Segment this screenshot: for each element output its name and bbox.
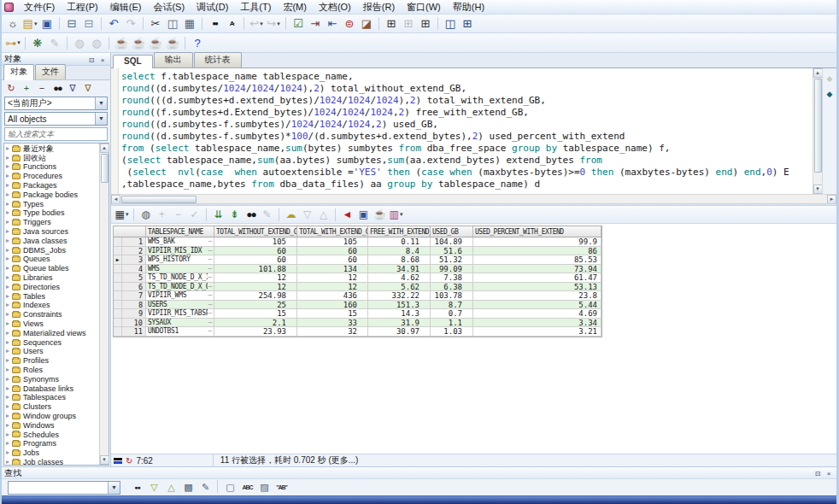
describe-icon[interactable]: ☑	[290, 16, 307, 32]
table-row[interactable]: 11UNDOTBS1–23.933230.971.033.21	[114, 327, 601, 337]
row-number[interactable]: 5	[122, 273, 146, 283]
report-window-session-icon[interactable]: ☕	[164, 35, 181, 50]
tree-item[interactable]: ▸Clusters	[4, 402, 99, 412]
value-cell[interactable]: 12	[214, 273, 297, 283]
chevron-right-icon[interactable]: ▸	[6, 347, 12, 356]
replace-icon[interactable]: A·	[223, 16, 240, 32]
row-gutter[interactable]	[114, 309, 122, 319]
menu-item[interactable]: 工程(P)	[61, 0, 104, 15]
logon-icon[interactable]: ⊶▾	[4, 35, 21, 50]
value-cell[interactable]: 254.98	[214, 291, 297, 301]
new-window-icon[interactable]: ☼	[4, 16, 21, 32]
value-cell[interactable]: 23.93	[214, 327, 297, 337]
value-cell[interactable]: 101.88	[214, 265, 297, 274]
column-header[interactable]: TOTAL_WITH_EXTEND_GB	[297, 226, 368, 237]
tree-item[interactable]: ▸Jobs	[4, 448, 99, 458]
chevron-right-icon[interactable]: ▸	[6, 319, 12, 329]
export-results-icon[interactable]: ☁	[283, 208, 299, 222]
scroll-up-icon[interactable]: ▲	[813, 68, 823, 78]
find-icon[interactable]: ●●	[206, 16, 223, 32]
auto-refresh-icon[interactable]: ↻	[126, 456, 132, 466]
object-search-input[interactable]	[4, 127, 108, 141]
row-gutter[interactable]	[114, 327, 122, 337]
value-cell[interactable]: 0.11	[368, 237, 431, 247]
clear-highlight-icon[interactable]: ✎	[197, 480, 214, 495]
value-cell[interactable]: 4.69	[473, 309, 601, 319]
column-header[interactable]: USED_PERCENT_WITH_EXTEND	[473, 226, 601, 237]
tablespace-name-cell[interactable]: USERS–	[146, 301, 214, 310]
tree-item[interactable]: ▸Procedures	[4, 172, 99, 181]
tree-item[interactable]: ▸Window groups	[4, 412, 99, 421]
row-gutter[interactable]	[114, 273, 122, 283]
tablespace-name-cell[interactable]: VIPIIR_WMS–	[146, 291, 214, 301]
value-cell[interactable]: 332.22	[368, 291, 431, 301]
tab-文件[interactable]: 文件	[35, 64, 66, 79]
value-cell[interactable]: 12	[297, 283, 368, 292]
chevron-right-icon[interactable]: ▸	[6, 448, 12, 458]
tree-item[interactable]: ▸Schedules	[4, 431, 99, 440]
row-number[interactable]: 6	[122, 283, 146, 292]
table-row[interactable]: 7VIPIIR_WMS–254.98436332.22103.7823.8	[114, 291, 601, 301]
tree-item[interactable]: ▸Types	[4, 200, 99, 209]
row-number[interactable]: 2	[122, 247, 146, 256]
collapse-all-icon[interactable]: −	[34, 81, 50, 95]
tablespace-name-cell[interactable]: SYSAUX–	[146, 319, 214, 328]
cut-icon[interactable]: ✂	[147, 16, 164, 32]
chevron-right-icon[interactable]: ▸	[6, 402, 12, 412]
chevron-down-icon[interactable]: ▾	[260, 21, 263, 27]
tree-item[interactable]: ▸Triggers	[4, 218, 99, 227]
command-window-session-icon[interactable]: ☕	[147, 35, 164, 50]
chevron-right-icon[interactable]: ▸	[6, 338, 12, 348]
value-cell[interactable]: 8.68	[368, 255, 431, 265]
preferences-icon[interactable]: ❋	[29, 35, 46, 50]
copy-html-icon[interactable]: ◪	[358, 16, 375, 32]
chevron-down-icon[interactable]: ▾	[17, 39, 21, 46]
chevron-right-icon[interactable]: ▸	[6, 329, 12, 338]
tree-item[interactable]: ▸Java classes	[4, 237, 99, 246]
value-cell[interactable]: 3.34	[473, 319, 601, 328]
menu-item[interactable]: 报告(R)	[357, 0, 401, 15]
value-cell[interactable]: 151.3	[368, 301, 431, 310]
browser-folders-icon[interactable]: ∇	[80, 81, 96, 95]
value-cell[interactable]: 5.44	[473, 301, 601, 310]
tree-item[interactable]: ▸Views	[4, 319, 99, 329]
tree-item[interactable]: ▸回收站	[4, 154, 99, 163]
tablespace-name-cell[interactable]: TS_TD_NODE_D_X_12–	[146, 273, 214, 283]
chevron-right-icon[interactable]: ▸	[6, 292, 12, 302]
value-cell[interactable]: 14.3	[368, 309, 431, 319]
row-number[interactable]: 4	[122, 265, 146, 274]
tree-item[interactable]: ▸Package bodies	[4, 190, 99, 200]
tree-item[interactable]: ▸Java sources	[4, 227, 99, 237]
value-cell[interactable]: 1.1	[431, 319, 473, 328]
tree-item[interactable]: ▸最近对象	[4, 144, 99, 154]
grid-options-icon[interactable]: ▦▾	[114, 208, 130, 222]
value-cell[interactable]: 33	[297, 319, 368, 328]
value-cell[interactable]: 60	[214, 247, 297, 256]
menu-item[interactable]: 窗口(W)	[401, 0, 447, 15]
find-icon[interactable]: ●●	[129, 480, 145, 495]
tree-item[interactable]: ▸Sequences	[4, 338, 99, 348]
next-statement-icon[interactable]: ◆	[824, 87, 836, 100]
editor-vertical-scrollbar[interactable]: ▲ ▼	[813, 68, 822, 194]
row-gutter[interactable]	[114, 237, 122, 247]
copy-to-session-icon[interactable]: ☕	[372, 208, 388, 222]
value-cell[interactable]: 104.89	[431, 237, 473, 247]
chevron-right-icon[interactable]: ▸	[6, 439, 12, 448]
value-cell[interactable]: 134	[297, 265, 368, 274]
refresh-icon[interactable]: ↻	[3, 81, 19, 95]
scroll-right-icon[interactable]: ►	[827, 195, 836, 204]
close-icon[interactable]: ×	[97, 55, 108, 64]
value-cell[interactable]: 5.62	[368, 283, 431, 292]
value-cell[interactable]: 34.91	[368, 265, 431, 274]
menu-item[interactable]: 文件(F)	[18, 0, 61, 15]
chevron-right-icon[interactable]: ▸	[6, 255, 12, 264]
chevron-right-icon[interactable]: ▸	[6, 162, 12, 172]
tree-item[interactable]: ▸Indexes	[4, 301, 99, 310]
chevron-right-icon[interactable]: ▸	[6, 412, 12, 421]
chevron-down-icon[interactable]: ▼	[108, 482, 120, 494]
table-row[interactable]: 4WMS–101.8813434.9199.0973.94	[114, 265, 601, 274]
value-cell[interactable]: 53.13	[473, 283, 601, 292]
tablespace-name-cell[interactable]: WPS_HISTORY–	[146, 255, 214, 265]
table-row[interactable]: 10SYSAUX–2.13331.91.13.34	[114, 319, 601, 328]
table-row[interactable]: 6TS_TD_NODE_D_X_01–12125.626.3853.13	[114, 283, 601, 292]
